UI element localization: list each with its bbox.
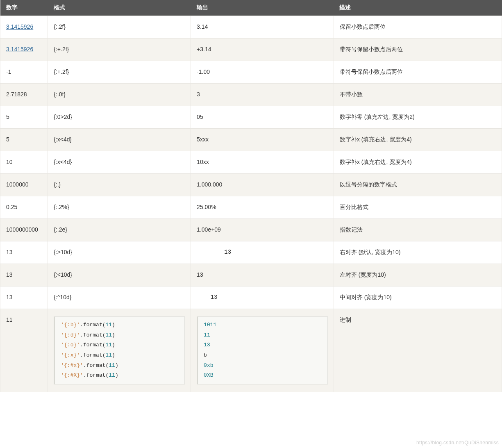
table-row: 5{:0>2d}05数字补零 (填充左边, 宽度为2) [0,106,502,129]
cell-format: {:.2f} [48,16,191,39]
code-output-value: 0xb [204,362,213,368]
cell-description: 指数记法 [334,219,502,241]
cell-format: {:.0f} [48,84,191,106]
cell-output: 13 [191,287,334,309]
code-close: ) [112,342,115,348]
cell-description: 带符号保留小数点后两位 [334,39,502,61]
code-close: ) [115,362,118,368]
code-line: '{:o}'.format(11) [61,340,179,350]
cell-format: {:,} [48,174,191,196]
cell-number: 3.1415926 [0,16,48,39]
code-func: .format( [80,342,105,348]
code-close: ) [115,372,118,378]
table-row: 13{:^10d} 13中间对齐 (宽度为10) [0,287,502,309]
cell-description: 百分比格式 [334,196,502,219]
cell-format: {:+.2f} [48,39,191,61]
cell-format: {:>10d} [48,241,191,264]
code-arg: 11 [109,362,115,368]
cell-output: 1.00e+09 [191,219,334,241]
header-number: 数字 [0,0,48,16]
code-arg: 11 [106,352,112,358]
table-row: 3.1415926{:.2f}3.14保留小数点后两位 [0,16,502,39]
cell-output: 3 [191,84,334,106]
code-line: b [204,350,322,361]
header-output: 输出 [191,0,334,16]
cell-output: 5xxx [191,129,334,151]
code-line: 13 [204,340,322,350]
cell-number: 13 [0,287,48,309]
cell-number: 13 [0,241,48,264]
format-table: 数字 格式 输出 描述 3.1415926{:.2f}3.14保留小数点后两位3… [0,0,502,392]
code-string: '{:x}' [61,352,80,358]
cell-description: 保留小数点后两位 [334,16,502,39]
table-row: 1000000{:,}1,000,000以逗号分隔的数字格式 [0,174,502,196]
code-arg: 11 [106,332,112,338]
cell-number: -1 [0,61,48,84]
cell-output: 1,000,000 [191,174,334,196]
code-string: '{:#X}' [61,372,83,378]
cell-output: -1.00 [191,61,334,84]
cell-description: 数字补零 (填充左边, 宽度为2) [334,106,502,129]
table-row: 13{:>10d} 13右对齐 (默认, 宽度为10) [0,241,502,264]
cell-format: {:.2%} [48,196,191,219]
number-link[interactable]: 3.1415926 [6,23,33,30]
code-func: .format( [80,352,105,358]
code-box-format: '{:b}'.format(11)'{:d}'.format(11)'{:o}'… [54,316,185,384]
cell-number: 1000000000 [0,219,48,241]
cell-format: {:^10d} [48,287,191,309]
code-line: '{:x}'.format(11) [61,350,179,361]
cell-output: 05 [191,106,334,129]
table-header-row: 数字 格式 输出 描述 [0,0,502,16]
code-line: 11 [204,330,322,341]
code-output-value: 1011 [204,322,216,328]
code-line: '{:b}'.format(11) [61,320,179,330]
cell-format: {:x<4d} [48,151,191,174]
cell-output: 3.14 [191,16,334,39]
code-close: ) [112,352,115,358]
cell-description: 数字补x (填充右边, 宽度为4) [334,129,502,151]
cell-output: 13 [191,264,334,287]
code-close: ) [112,322,115,328]
code-string: '{:b}' [61,322,80,328]
code-output-value: 11 [204,332,210,338]
header-format: 格式 [48,0,191,16]
number-link[interactable]: 3.1415926 [6,46,33,52]
code-arg: 11 [106,342,112,348]
cell-format: {:<10d} [48,264,191,287]
table-row-code: 11'{:b}'.format(11)'{:d}'.format(11)'{:o… [0,309,502,392]
table-row: -1{:+.2f}-1.00带符号保留小数点后两位 [0,61,502,84]
code-string: '{:d}' [61,332,80,338]
cell-description: 左对齐 (宽度为10) [334,264,502,287]
code-func: .format( [80,332,105,338]
code-box-output: 10111113b0xb0XB [197,316,328,384]
code-arg: 11 [109,372,115,378]
cell-number: 13 [0,264,48,287]
code-output-value: 13 [204,342,210,348]
cell-description: 右对齐 (默认, 宽度为10) [334,241,502,264]
cell-output: 25.00% [191,196,334,219]
code-func: .format( [83,362,109,368]
code-line: '{:#X}'.format(11) [61,371,179,381]
code-line: 1011 [204,320,322,330]
header-description: 描述 [334,0,502,16]
cell-output: 10xx [191,151,334,174]
cell-number: 10 [0,151,48,174]
cell-description: 以逗号分隔的数字格式 [334,174,502,196]
code-close: ) [112,332,115,338]
table-row: 5{:x<4d}5xxx数字补x (填充右边, 宽度为4) [0,129,502,151]
cell-description: 数字补x (填充右边, 宽度为4) [334,151,502,174]
cell-description: 不带小数 [334,84,502,106]
code-output-value: b [204,352,207,358]
table-row: 0.25{:.2%}25.00%百分比格式 [0,196,502,219]
code-func: .format( [83,372,109,378]
code-line: 0XB [204,371,322,381]
table-row: 2.71828{:.0f}3不带小数 [0,84,502,106]
cell-description: 进制 [334,309,502,392]
cell-format-code: '{:b}'.format(11)'{:d}'.format(11)'{:o}'… [48,309,191,392]
cell-format: {:.2e} [48,219,191,241]
cell-number: 2.71828 [0,84,48,106]
cell-format: {:0>2d} [48,106,191,129]
code-string: '{:#x}' [61,362,83,368]
code-arg: 11 [106,322,112,328]
cell-format: {:x<4d} [48,129,191,151]
